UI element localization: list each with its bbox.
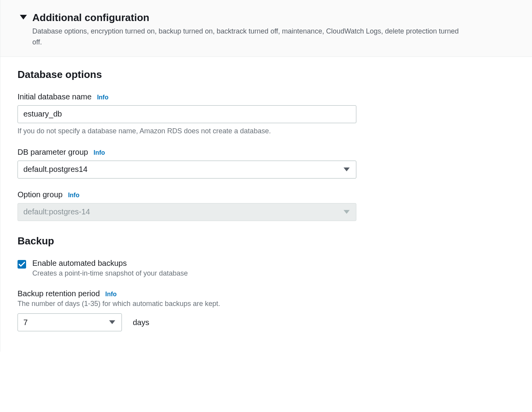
caret-down-icon [20,15,27,20]
checkmark-icon [19,262,25,267]
option-group-info-link[interactable]: Info [68,192,79,199]
option-group-label: Option group [18,190,63,199]
additional-config-header[interactable]: Additional configuration Database option… [0,0,532,57]
backup-retention-info-link[interactable]: Info [105,291,116,298]
enable-automated-backups-checkbox[interactable] [18,260,26,269]
initial-db-name-helper: If you do not specify a database name, A… [18,126,516,136]
db-parameter-group-label: DB parameter group [18,148,88,157]
enable-automated-backups-label: Enable automated backups [32,259,188,268]
chevron-down-icon [344,165,350,174]
db-parameter-group-value: default.postgres14 [23,165,88,174]
initial-db-name-label: Initial database name [18,92,92,101]
backup-retention-label: Backup retention period [18,289,100,298]
option-group-select: default:postgres-14 [18,203,356,221]
initial-db-name-input[interactable] [18,105,356,123]
backup-retention-unit: days [133,318,149,327]
db-parameter-group-info-link[interactable]: Info [93,149,105,156]
database-options-heading: Database options [18,69,516,81]
backup-retention-helper: The number of days (1-35) for which auto… [18,299,516,309]
option-group-value: default:postgres-14 [23,207,90,216]
backup-retention-value: 7 [23,318,28,327]
initial-db-name-info-link[interactable]: Info [97,94,108,101]
backup-heading: Backup [18,235,516,247]
chevron-down-icon [344,207,350,216]
chevron-down-icon [109,318,115,327]
panel-title: Additional configuration [32,12,461,24]
enable-automated-backups-helper: Creates a point-in-time snapshot of your… [32,269,188,278]
db-parameter-group-select[interactable]: default.postgres14 [18,161,356,179]
backup-retention-select[interactable]: 7 [18,313,122,331]
panel-subtitle: Database options, encryption turned on, … [32,26,461,48]
